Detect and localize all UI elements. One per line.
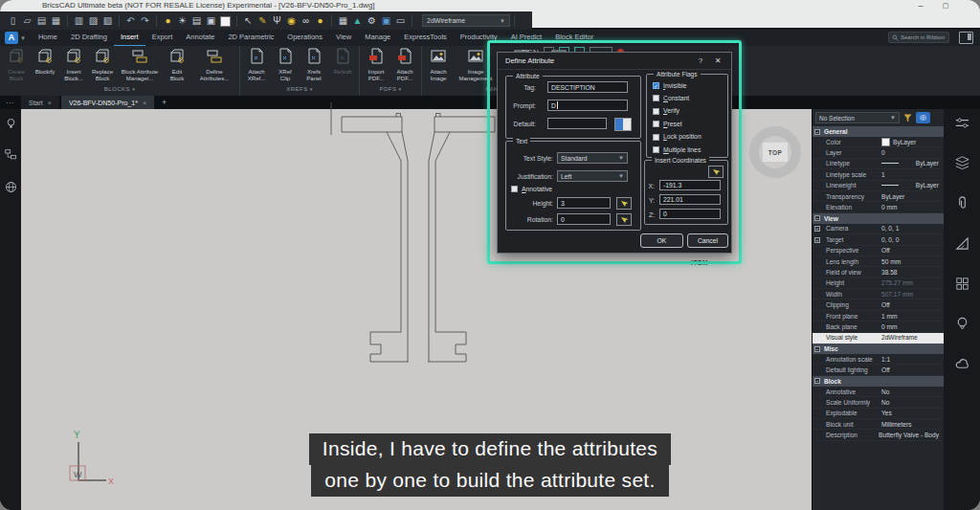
tab-annotate[interactable]: Annotate xyxy=(179,30,221,45)
section-header-view[interactable]: −View xyxy=(813,213,944,224)
new-tab-button[interactable]: + xyxy=(156,98,172,107)
world-icon[interactable] xyxy=(4,180,18,198)
tab-2d-parametric[interactable]: 2D Parametric xyxy=(221,30,280,45)
lookfrom-top-face[interactable]: TOP xyxy=(763,143,788,162)
property-row-camera[interactable]: +Camera0, 0, 1 xyxy=(813,224,944,234)
ribbon-group-label[interactable]: XREFS ▾ xyxy=(242,86,357,96)
ribbon-group-label[interactable]: BLOCKS ▾ xyxy=(2,86,237,96)
verify-checkbox[interactable] xyxy=(653,108,659,115)
cancel-button[interactable]: Cancel xyxy=(687,233,728,248)
render-panel-icon[interactable] xyxy=(954,316,970,336)
annotative-checkbox[interactable] xyxy=(511,186,518,192)
property-row-lineweight[interactable]: LineweightByLayer xyxy=(813,181,944,191)
maximize-button[interactable]: ▢ xyxy=(940,2,951,11)
attach-pdf-button[interactable]: Attach PDF... xyxy=(390,46,419,81)
edit-block-button[interactable]: Edit Block xyxy=(163,46,191,81)
property-row-explodable[interactable]: ExplodableYes xyxy=(813,409,944,419)
close-icon[interactable]: × xyxy=(143,100,146,106)
attachments-panel-icon[interactable] xyxy=(954,195,970,215)
branch-icon[interactable]: Ψ xyxy=(271,14,283,27)
tips-icon[interactable]: ● xyxy=(162,14,174,27)
tips-bulb-icon[interactable] xyxy=(4,117,18,135)
properties-panel-icon[interactable] xyxy=(954,115,970,135)
lookfrom-widget[interactable]: TOP xyxy=(749,126,801,178)
tab-operations[interactable]: Operations xyxy=(280,30,329,45)
tab-menu-icon[interactable]: ⋯ xyxy=(6,99,13,107)
property-row-color[interactable]: ColorByLayer xyxy=(813,137,944,147)
pick-height-button[interactable] xyxy=(616,197,632,210)
y-input[interactable]: 221.01 xyxy=(659,194,721,205)
minimize-button[interactable]: – xyxy=(915,2,926,11)
property-row-scale-uniformly[interactable]: Scale UniformlyNo xyxy=(813,397,944,408)
property-row-lens-length[interactable]: Lens length50 mm xyxy=(813,256,944,267)
ribbon-panel-toggle-icon[interactable] xyxy=(959,32,973,44)
undo-icon[interactable]: ↶ xyxy=(124,14,137,27)
height-input[interactable]: 3 xyxy=(557,197,611,209)
structure-panel-icon[interactable] xyxy=(4,148,18,166)
tag-input[interactable]: DESCTIPTION xyxy=(547,81,628,93)
redo-icon[interactable]: ↷ xyxy=(139,14,151,27)
open-file-icon[interactable]: ▱ xyxy=(21,14,33,27)
property-row-layer[interactable]: Layer0 xyxy=(813,147,944,158)
property-row-default-lighting[interactable]: Default lightingOff xyxy=(813,365,944,375)
pick-rotation-button[interactable] xyxy=(616,213,632,226)
pick-point-button[interactable] xyxy=(708,166,724,178)
insert-block-button[interactable]: Insert Block... xyxy=(59,46,88,81)
print-icon[interactable]: ▥ xyxy=(73,14,85,27)
constant-checkbox[interactable] xyxy=(653,95,659,101)
prompt-input[interactable]: D xyxy=(547,100,628,111)
property-row-clipping[interactable]: ClippingOff xyxy=(813,299,944,310)
property-row-linetype-scale[interactable]: Linetype scale1 xyxy=(813,169,944,180)
import-pdf-button[interactable]: Import PDF... xyxy=(362,46,390,81)
annotations-icon[interactable]: ☀ xyxy=(176,14,189,27)
ribbon-search[interactable]: Search in Ribbon xyxy=(888,32,949,43)
tab-export[interactable]: Export xyxy=(145,30,180,45)
selection-cursor-icon[interactable]: ↖ xyxy=(242,14,255,27)
z-input[interactable]: 0 xyxy=(659,209,721,219)
section-header-general[interactable]: −General xyxy=(813,126,944,137)
tab-2d-drafting[interactable]: 2D Drafting xyxy=(64,30,114,45)
ok-button[interactable]: OK xyxy=(640,233,683,248)
components-panel-icon[interactable] xyxy=(954,276,970,296)
help-button[interactable]: ? xyxy=(693,56,708,65)
property-row-perspective[interactable]: PerspectiveOff xyxy=(813,246,944,256)
default-input[interactable] xyxy=(547,118,607,129)
visual-style-dropdown[interactable]: 2dWireframe ▼ xyxy=(422,14,510,27)
tab-manage[interactable]: Manage xyxy=(358,30,397,45)
property-row-elevation[interactable]: Elevation0 mm xyxy=(813,202,944,212)
datagrid-icon[interactable]: ▦ xyxy=(337,14,349,27)
property-row-width[interactable]: Width507.17 mm xyxy=(813,289,944,299)
select-entities-icon[interactable]: ◎ xyxy=(916,112,930,123)
property-row-back-plane[interactable]: Back plane0 mm xyxy=(813,322,944,332)
tab-view[interactable]: View xyxy=(329,30,358,45)
property-row-visual-style[interactable]: Visual style2dWireframe xyxy=(813,333,944,344)
property-row-height[interactable]: Height275.27 mm xyxy=(813,278,944,289)
text-style-dropdown[interactable]: Standard▼ xyxy=(557,152,628,164)
attach-xref-button[interactable]: Attach XRef... xyxy=(242,46,271,81)
save-all-icon[interactable]: ▦ xyxy=(50,14,62,27)
ribbon-group-label[interactable]: PDFS ▾ xyxy=(362,86,419,96)
publish-icon[interactable]: ▧ xyxy=(101,14,114,27)
link-icon[interactable]: ∞ xyxy=(300,14,312,27)
cloud-panel-icon[interactable] xyxy=(954,356,970,376)
insert-field-button[interactable] xyxy=(614,118,632,131)
property-row-block-unit[interactable]: Block unitMillimeters xyxy=(813,419,944,430)
blockify-button[interactable]: Blockify xyxy=(31,46,59,76)
lock-position-checkbox[interactable] xyxy=(653,134,659,141)
lamp-icon[interactable]: ● xyxy=(314,14,326,27)
panels-icon[interactable]: ▣ xyxy=(380,14,392,27)
property-row-field-of-view[interactable]: Field of view38.58 xyxy=(813,267,944,277)
property-row-linetype[interactable]: LinetypeByLayer xyxy=(813,159,944,169)
filter-icon[interactable] xyxy=(902,113,913,123)
x-input[interactable]: -191.3 xyxy=(659,180,721,190)
property-row-annotation-scale[interactable]: Annotation scale1:1 xyxy=(813,354,944,365)
close-icon[interactable]: ✕ xyxy=(708,56,727,65)
settings-gear-icon[interactable]: ⚙ xyxy=(366,14,378,27)
tab-home[interactable]: Home xyxy=(32,30,64,45)
invisible-checkbox[interactable]: ✓ xyxy=(653,82,659,89)
save-icon[interactable]: ▤ xyxy=(35,14,48,27)
define-attributes-button[interactable]: Define Attributes... xyxy=(191,46,237,81)
chevron-down-icon[interactable]: ▼ xyxy=(20,35,26,41)
layers-panel-icon[interactable] xyxy=(954,155,970,175)
color-swatch[interactable] xyxy=(219,14,232,27)
